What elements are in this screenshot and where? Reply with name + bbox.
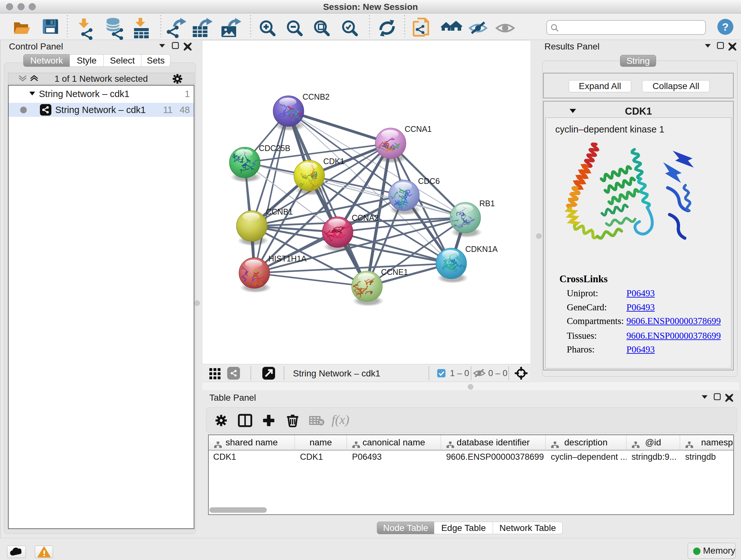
svg-text:CCNA1: CCNA1: [405, 125, 432, 133]
svg-text:CCNA2: CCNA2: [352, 213, 379, 222]
svg-text:CCNB1: CCNB1: [266, 207, 293, 216]
svg-text:CDKN1A: CDKN1A: [465, 245, 498, 253]
svg-text:CDC6: CDC6: [418, 177, 440, 186]
svg-text:HIST1H1A: HIST1H1A: [268, 254, 307, 263]
svg-text:1 – 0: 1 – 0: [450, 368, 469, 378]
svg-text:CDC25B: CDC25B: [259, 144, 290, 152]
svg-text:CCNB2: CCNB2: [302, 92, 330, 101]
svg-text:CDK1: CDK1: [323, 157, 345, 166]
svg-text:String Network – cdk1: String Network – cdk1: [293, 368, 381, 378]
svg-text:0 – 0: 0 – 0: [488, 368, 508, 378]
svg-text:RB1: RB1: [479, 199, 495, 208]
svg-text:CCNE1: CCNE1: [381, 267, 408, 276]
